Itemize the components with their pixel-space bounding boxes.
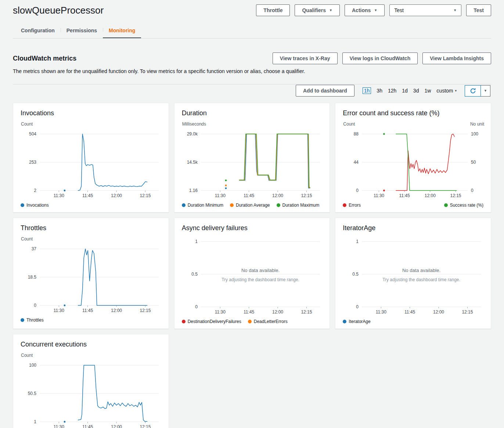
chart-legend: ErrorsSuccess rate (%) bbox=[341, 202, 485, 209]
time-range-12h[interactable]: 12h bbox=[388, 88, 396, 94]
legend-item[interactable]: Duration Minimum bbox=[182, 203, 223, 208]
chart-units: Count bbox=[19, 121, 163, 129]
svg-text:11:45: 11:45 bbox=[399, 193, 410, 198]
y-axis-unit-left: Count bbox=[343, 121, 355, 129]
test-button[interactable]: Test bbox=[466, 4, 491, 16]
chart-title: Throttles bbox=[19, 222, 163, 236]
svg-text:11:30: 11:30 bbox=[215, 309, 225, 315]
svg-text:0: 0 bbox=[195, 304, 198, 309]
legend-label: Duration Average bbox=[236, 203, 270, 208]
legend-item[interactable]: IteratorAge bbox=[343, 319, 370, 324]
svg-text:2: 2 bbox=[34, 188, 36, 193]
time-range-1d[interactable]: 1d bbox=[402, 88, 408, 94]
time-range-1w[interactable]: 1w bbox=[424, 88, 431, 94]
svg-text:0: 0 bbox=[356, 304, 359, 309]
svg-text:11:45: 11:45 bbox=[82, 424, 93, 428]
time-range-custom[interactable]: custom ▾ bbox=[436, 88, 457, 94]
time-range-1h[interactable]: 1h bbox=[363, 87, 371, 94]
y-axis-unit-left: Count bbox=[21, 353, 33, 360]
legend-label: Duration Maximum bbox=[282, 203, 320, 208]
section-title: CloudWatch metrics bbox=[13, 55, 76, 62]
svg-text:No data available.: No data available. bbox=[402, 268, 440, 273]
svg-text:11:30: 11:30 bbox=[374, 193, 384, 198]
svg-text:1: 1 bbox=[356, 239, 359, 244]
chart-title: Async delivery failures bbox=[180, 222, 324, 236]
legend-item[interactable]: Success rate (%) bbox=[444, 203, 483, 208]
tab-monitoring[interactable]: Monitoring bbox=[103, 22, 141, 38]
svg-text:11:30: 11:30 bbox=[54, 193, 64, 198]
chart-card-concurrent-executions: Concurrent executions Count 10050.5111:3… bbox=[13, 334, 169, 428]
legend-item[interactable]: Invocations bbox=[21, 203, 49, 208]
svg-text:11:45: 11:45 bbox=[244, 309, 254, 315]
test-button-label: Test bbox=[474, 7, 484, 13]
chart-units: Count No unit bbox=[341, 121, 485, 129]
legend-label: Errors bbox=[349, 203, 361, 208]
page-header: slowQueueProcessor Throttle Qualifiers ▼… bbox=[13, 0, 491, 16]
legend-color-dot bbox=[182, 320, 186, 323]
svg-text:100: 100 bbox=[471, 131, 478, 137]
svg-text:11:30: 11:30 bbox=[376, 309, 386, 315]
chart-plot: 10050.5111:3011:4512:0012:15 bbox=[19, 360, 162, 428]
chart-plot: 8844010050011:3011:4512:0012:15 bbox=[341, 129, 485, 202]
refresh-icon bbox=[470, 88, 476, 94]
chart-card-async-delivery-failures: Async delivery failures 10.5011:3011:451… bbox=[174, 218, 330, 329]
time-range-3h[interactable]: 3h bbox=[377, 88, 382, 94]
chevron-down-icon: ▼ bbox=[484, 89, 487, 93]
svg-text:11:45: 11:45 bbox=[404, 309, 415, 315]
legend-label: DeadLetterErrors bbox=[254, 319, 288, 324]
legend-item[interactable]: Throttles bbox=[21, 318, 44, 323]
legend-item[interactable]: Duration Average bbox=[230, 203, 270, 208]
chart-plot: 10.5011:3011:4512:0012:15No data availab… bbox=[341, 236, 485, 318]
svg-text:253: 253 bbox=[29, 160, 36, 165]
actions-button-label: Actions bbox=[352, 7, 371, 13]
svg-text:50.5: 50.5 bbox=[28, 391, 37, 396]
svg-text:Try adjusting the dashboard ti: Try adjusting the dashboard time range. bbox=[222, 277, 299, 282]
legend-item[interactable]: Duration Maximum bbox=[277, 203, 320, 208]
y-axis-unit-left: Count bbox=[21, 236, 33, 244]
time-range-3d[interactable]: 3d bbox=[413, 88, 419, 94]
refresh-options-button[interactable]: ▼ bbox=[481, 85, 490, 97]
svg-text:37: 37 bbox=[32, 246, 37, 251]
actions-button[interactable]: Actions ▼ bbox=[345, 4, 385, 16]
legend-color-dot bbox=[248, 320, 252, 323]
svg-text:No data available.: No data available. bbox=[241, 268, 280, 273]
legend-item[interactable]: Errors bbox=[343, 203, 361, 208]
chart-title: Duration bbox=[180, 108, 324, 121]
test-event-select[interactable]: Test ▼ bbox=[389, 4, 461, 16]
svg-text:88: 88 bbox=[354, 131, 359, 137]
chart-legend: Throttles bbox=[19, 316, 163, 324]
svg-text:504: 504 bbox=[29, 131, 36, 137]
chevron-down-icon: ▼ bbox=[374, 8, 377, 12]
chart-card-invocations: Invocations Count 504253211:3011:4512:00… bbox=[13, 103, 169, 213]
tab-permissions[interactable]: Permissions bbox=[61, 22, 103, 38]
svg-text:14.5k: 14.5k bbox=[187, 160, 198, 165]
svg-text:12:00: 12:00 bbox=[111, 424, 122, 428]
svg-text:12:15: 12:15 bbox=[301, 309, 312, 315]
tab-configuration[interactable]: Configuration bbox=[15, 22, 61, 38]
svg-text:12:00: 12:00 bbox=[111, 193, 122, 198]
qualifiers-button[interactable]: Qualifiers ▼ bbox=[295, 4, 340, 16]
svg-text:12:00: 12:00 bbox=[433, 309, 444, 315]
view-cloudwatch-logs-button[interactable]: View logs in CloudWatch bbox=[342, 52, 418, 64]
add-to-dashboard-button[interactable]: Add to dashboard bbox=[296, 85, 354, 97]
legend-item[interactable]: DeadLetterErrors bbox=[248, 319, 288, 324]
metrics-section-header: CloudWatch metrics View traces in X-Ray … bbox=[13, 52, 491, 64]
svg-text:0: 0 bbox=[34, 303, 36, 308]
svg-text:12:00: 12:00 bbox=[272, 193, 283, 198]
refresh-button[interactable] bbox=[465, 85, 481, 97]
chart-units: Count bbox=[19, 353, 163, 360]
metrics-chart-grid: Invocations Count 504253211:3011:4512:00… bbox=[13, 103, 491, 428]
view-xray-button[interactable]: View traces in X-Ray bbox=[273, 52, 338, 64]
chart-units: Count bbox=[19, 236, 163, 244]
svg-text:12:15: 12:15 bbox=[140, 193, 151, 198]
legend-label: IteratorAge bbox=[349, 319, 370, 324]
legend-item[interactable]: DestinationDeliveryFailures bbox=[182, 319, 241, 324]
svg-text:1.16: 1.16 bbox=[189, 188, 198, 193]
svg-text:12:15: 12:15 bbox=[450, 193, 461, 198]
svg-text:0.5: 0.5 bbox=[353, 272, 359, 277]
view-lambda-insights-button[interactable]: View Lambda Insights bbox=[422, 52, 491, 64]
throttle-button[interactable]: Throttle bbox=[256, 4, 290, 16]
legend-color-dot bbox=[182, 203, 186, 207]
svg-text:12:15: 12:15 bbox=[301, 193, 312, 198]
header-actions: Throttle Qualifiers ▼ Actions ▼ Test ▼ T… bbox=[256, 4, 491, 16]
